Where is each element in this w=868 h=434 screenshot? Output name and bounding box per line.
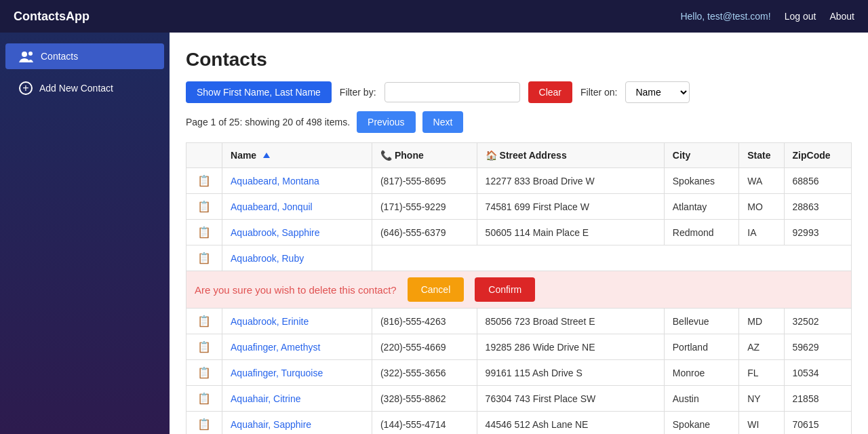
delete-confirm-content: Are you sure you wish to delete this con… <box>195 277 843 302</box>
contact-zip-cell: 10534 <box>784 360 851 386</box>
delete-confirm-row: Are you sure you wish to delete this con… <box>186 271 852 309</box>
contact-phone-cell: (322)-555-3656 <box>372 360 477 386</box>
contact-name-link[interactable]: Aquabrook, Sapphire <box>231 227 320 238</box>
contact-name-link[interactable]: Aquafinger, Turquoise <box>231 368 323 378</box>
contact-zip-cell: 70615 <box>784 412 851 435</box>
app-header: ContactsApp Hello, test@test.com! Log ou… <box>0 0 868 33</box>
edit-cell[interactable]: 📋 <box>186 168 222 194</box>
contact-state-cell: AZ <box>739 334 784 360</box>
col-city-header: City <box>664 143 738 168</box>
contact-street-cell: 76304 743 First Place SW <box>477 386 664 412</box>
contact-state-cell: FL <box>739 360 784 386</box>
contact-street-cell: 44546 512 Ash Lane NE <box>477 412 664 435</box>
contact-zip-cell: 32502 <box>784 309 851 334</box>
contact-name-cell: Aquabeard, Montana <box>222 168 372 194</box>
contact-city-cell: Redmond <box>664 220 738 245</box>
contact-name-cell: Aquahair, Citrine <box>222 386 372 412</box>
contacts-table: Name 📞Phone 🏠Street Address City State Z… <box>186 142 852 434</box>
contact-state-cell: WI <box>739 412 784 435</box>
table-row: 📋 Aquabrook, Ruby <box>186 245 852 271</box>
edit-cell[interactable]: 📋 <box>186 412 222 435</box>
contacts-label: Contacts <box>41 51 78 62</box>
filter-input[interactable] <box>384 82 520 102</box>
col-name-header[interactable]: Name <box>222 143 372 168</box>
empty-cell <box>372 245 851 271</box>
contact-name-link[interactable]: Aquahair, Citrine <box>231 393 301 404</box>
show-name-button[interactable]: Show First Name, Last Name <box>186 81 332 103</box>
edit-cell[interactable]: 📋 <box>186 220 222 245</box>
edit-icon[interactable]: 📋 <box>195 366 214 379</box>
user-greeting: Hello, test@test.com! <box>680 11 770 22</box>
next-button[interactable]: Next <box>422 111 464 133</box>
contact-name-link[interactable]: Aquabrook, Ruby <box>231 253 304 264</box>
sidebar: Contacts + Add New Contact <box>0 33 170 434</box>
edit-icon[interactable]: 📋 <box>195 200 214 213</box>
edit-icon[interactable]: 📋 <box>195 226 214 239</box>
contact-zip-cell: 68856 <box>784 168 851 194</box>
contact-state-cell: NY <box>739 386 784 412</box>
contact-state-cell: MO <box>739 194 784 220</box>
table-row: 📋 Aquafinger, Turquoise (322)-555-3656 9… <box>186 360 852 386</box>
contact-name-cell: Aquabrook, Erinite <box>222 309 372 334</box>
contact-name-cell: Aquabeard, Jonquil <box>222 194 372 220</box>
cancel-button[interactable]: Cancel <box>408 277 465 302</box>
contact-phone-cell: (171)-555-9229 <box>372 194 477 220</box>
contact-phone-cell: (817)-555-8695 <box>372 168 477 194</box>
table-row: 📋 Aquahair, Citrine (328)-555-8862 76304… <box>186 386 852 412</box>
about-link[interactable]: About <box>829 11 854 22</box>
table-row: 📋 Aquafinger, Amethyst (220)-555-4669 19… <box>186 334 852 360</box>
contact-name-cell: Aquafinger, Amethyst <box>222 334 372 360</box>
app-title: ContactsApp <box>14 9 680 24</box>
edit-cell[interactable]: 📋 <box>186 245 222 271</box>
edit-icon[interactable]: 📋 <box>195 315 214 328</box>
contact-name-cell: Aquabrook, Ruby <box>222 245 372 271</box>
header-nav: Hello, test@test.com! Log out About <box>680 11 854 22</box>
contact-city-cell: Austin <box>664 386 738 412</box>
page-info: Page 1 of 25: showing 20 of 498 items. <box>186 117 350 127</box>
previous-button[interactable]: Previous <box>357 111 415 133</box>
contact-name-link[interactable]: Aquabrook, Erinite <box>231 316 309 327</box>
edit-cell[interactable]: 📋 <box>186 334 222 360</box>
edit-icon[interactable]: 📋 <box>195 392 214 405</box>
table-row: 📋 Aquabrook, Erinite (816)-555-4263 8505… <box>186 309 852 334</box>
contact-state-cell: MD <box>739 309 784 334</box>
contact-phone-cell: (144)-555-4714 <box>372 412 477 435</box>
edit-icon[interactable]: 📋 <box>195 174 214 187</box>
edit-cell[interactable]: 📋 <box>186 194 222 220</box>
confirm-button[interactable]: Confirm <box>475 277 535 302</box>
contact-name-link[interactable]: Aquabeard, Jonquil <box>231 201 313 212</box>
sort-asc-icon <box>263 153 270 158</box>
contact-name-cell: Aquabrook, Sapphire <box>222 220 372 245</box>
clear-button[interactable]: Clear <box>528 81 572 103</box>
edit-cell[interactable]: 📋 <box>186 360 222 386</box>
table-row: 📋 Aquabeard, Jonquil (171)-555-9229 7458… <box>186 194 852 220</box>
edit-icon[interactable]: 📋 <box>195 252 214 264</box>
svg-point-1 <box>28 52 33 56</box>
add-new-contact-item[interactable]: + Add New Contact <box>5 75 164 102</box>
contact-name-link[interactable]: Aquafinger, Amethyst <box>231 342 320 353</box>
contact-name-link[interactable]: Aquahair, Sapphire <box>231 419 311 430</box>
contact-city-cell: Portland <box>664 334 738 360</box>
contact-state-cell: WA <box>739 168 784 194</box>
contact-city-cell: Atlantay <box>664 194 738 220</box>
main-layout: Contacts + Add New Contact Contacts Show… <box>0 33 868 434</box>
contact-street-cell: 50605 114 Main Place E <box>477 220 664 245</box>
contact-city-cell: Spokanes <box>664 168 738 194</box>
edit-icon[interactable]: 📋 <box>195 340 214 353</box>
logout-link[interactable]: Log out <box>785 11 816 22</box>
sidebar-item-contacts[interactable]: Contacts <box>5 43 164 69</box>
col-phone-header: 📞Phone <box>372 143 477 168</box>
contact-zip-cell: 28863 <box>784 194 851 220</box>
contact-state-cell: IA <box>739 220 784 245</box>
filter-select[interactable]: Name Phone City State ZipCode <box>625 81 690 103</box>
table-header-row: Name 📞Phone 🏠Street Address City State Z… <box>186 143 852 168</box>
edit-cell[interactable]: 📋 <box>186 309 222 334</box>
edit-icon[interactable]: 📋 <box>195 418 214 431</box>
contacts-icon <box>19 50 34 62</box>
contact-name-link[interactable]: Aquabeard, Montana <box>231 176 319 186</box>
contact-name-cell: Aquafinger, Turquoise <box>222 360 372 386</box>
svg-point-0 <box>22 52 27 57</box>
phone-icon: 📞 <box>380 150 392 161</box>
add-new-label: Add New Contact <box>39 83 113 94</box>
edit-cell[interactable]: 📋 <box>186 386 222 412</box>
